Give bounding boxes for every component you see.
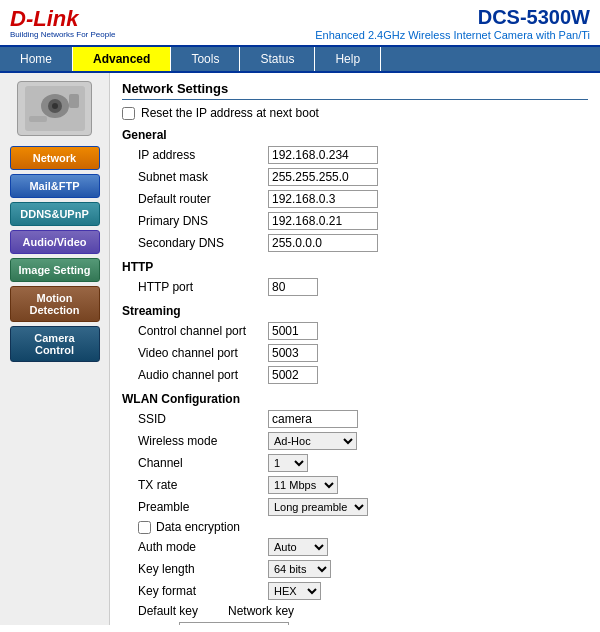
key-length-label: Key length (138, 562, 268, 576)
auth-mode-row: Auth mode Auto Open Shared (122, 538, 588, 556)
camera-thumbnail (17, 81, 92, 136)
logo-d: D- (10, 6, 33, 31)
http-port-input[interactable] (268, 278, 318, 296)
data-enc-label: Data encryption (156, 520, 240, 534)
svg-point-3 (52, 103, 58, 109)
sidebar-network[interactable]: Network (10, 146, 100, 170)
reset-ip-label: Reset the IP address at next boot (141, 106, 319, 120)
nav-advanced[interactable]: Advanced (73, 47, 171, 71)
product-area: DCS-5300W Enhanced 2.4GHz Wireless Inter… (315, 6, 590, 41)
key-length-row: Key length 64 bits 128 bits (122, 560, 588, 578)
wireless-mode-row: Wireless mode Ad-Hoc Infrastructure (122, 432, 588, 450)
content-area: Network Settings Reset the IP address at… (110, 73, 600, 625)
page-title: Network Settings (122, 81, 588, 100)
control-channel-row: Control channel port (122, 322, 588, 340)
key1-input[interactable] (179, 622, 289, 625)
default-key-label: Default key (138, 604, 198, 618)
subnet-mask-label: Subnet mask (138, 170, 268, 184)
sidebar-mailftp[interactable]: Mail&FTP (10, 174, 100, 198)
key-length-select[interactable]: 64 bits 128 bits (268, 560, 331, 578)
key1-radio[interactable] (138, 625, 151, 626)
ip-address-label: IP address (138, 148, 268, 162)
streaming-title: Streaming (122, 304, 588, 318)
sidebar-motiondetection[interactable]: Motion Detection (10, 286, 100, 322)
sidebar-ddns[interactable]: DDNS&UPnP (10, 202, 100, 226)
wlan-title: WLAN Configuration (122, 392, 588, 406)
default-router-input[interactable] (268, 190, 378, 208)
ssid-input[interactable] (268, 410, 358, 428)
nav-tools[interactable]: Tools (171, 47, 240, 71)
video-channel-row: Video channel port (122, 344, 588, 362)
ssid-label: SSID (138, 412, 268, 426)
auth-mode-select[interactable]: Auto Open Shared (268, 538, 328, 556)
ssid-row: SSID (122, 410, 588, 428)
tx-rate-row: TX rate 11 Mbps 5.5 Mbps 2 Mbps 1 Mbps (122, 476, 588, 494)
subnet-mask-input[interactable] (268, 168, 378, 186)
secondary-dns-label: Secondary DNS (138, 236, 268, 250)
audio-channel-input[interactable] (268, 366, 318, 384)
general-title: General (122, 128, 588, 142)
sidebar: Network Mail&FTP DDNS&UPnP Audio/Video I… (0, 73, 110, 625)
ip-address-input[interactable] (268, 146, 378, 164)
svg-rect-4 (69, 94, 79, 108)
preamble-label: Preamble (138, 500, 268, 514)
product-name: DCS-5300W (315, 6, 590, 29)
audio-channel-row: Audio channel port (122, 366, 588, 384)
sidebar-imagesetting[interactable]: Image Setting (10, 258, 100, 282)
secondary-dns-input[interactable] (268, 234, 378, 252)
channel-row: Channel 123456 (122, 454, 588, 472)
svg-rect-5 (29, 116, 47, 122)
primary-dns-input[interactable] (268, 212, 378, 230)
key-format-row: Key format HEX ASCII (122, 582, 588, 600)
logo-subtitle: Building Networks For People (10, 30, 115, 39)
wireless-mode-label: Wireless mode (138, 434, 268, 448)
wireless-mode-select[interactable]: Ad-Hoc Infrastructure (268, 432, 357, 450)
preamble-select[interactable]: Long preamble Short preamble (268, 498, 368, 516)
sidebar-cameracontrol[interactable]: Camera Control (10, 326, 100, 362)
default-key-header-row: Default key Network key (122, 604, 588, 618)
secondary-dns-row: Secondary DNS (122, 234, 588, 252)
default-router-row: Default router (122, 190, 588, 208)
nav-home[interactable]: Home (0, 47, 73, 71)
key-format-select[interactable]: HEX ASCII (268, 582, 321, 600)
reset-ip-checkbox[interactable] (122, 107, 135, 120)
http-port-row: HTTP port (122, 278, 588, 296)
network-key-label: Network key (228, 604, 294, 618)
product-desc: Enhanced 2.4GHz Wireless Internet Camera… (315, 29, 590, 41)
nav-bar: Home Advanced Tools Status Help (0, 47, 600, 73)
primary-dns-label: Primary DNS (138, 214, 268, 228)
key1-row: 1 (122, 622, 588, 625)
logo: D-Link (10, 8, 115, 30)
logo-area: D-Link Building Networks For People (10, 8, 115, 39)
ip-address-row: IP address (122, 146, 588, 164)
video-channel-input[interactable] (268, 344, 318, 362)
main-layout: Network Mail&FTP DDNS&UPnP Audio/Video I… (0, 73, 600, 625)
sidebar-audiovideo[interactable]: Audio/Video (10, 230, 100, 254)
channel-label: Channel (138, 456, 268, 470)
key1-radio-label: 1 (154, 624, 161, 625)
data-enc-checkbox[interactable] (138, 521, 151, 534)
primary-dns-row: Primary DNS (122, 212, 588, 230)
audio-channel-label: Audio channel port (138, 368, 268, 382)
channel-select[interactable]: 123456 (268, 454, 308, 472)
nav-help[interactable]: Help (315, 47, 381, 71)
http-title: HTTP (122, 260, 588, 274)
key-format-label: Key format (138, 584, 268, 598)
video-channel-label: Video channel port (138, 346, 268, 360)
data-enc-row: Data encryption (122, 520, 588, 534)
http-port-label: HTTP port (138, 280, 268, 294)
control-channel-input[interactable] (268, 322, 318, 340)
auth-mode-label: Auth mode (138, 540, 268, 554)
subnet-mask-row: Subnet mask (122, 168, 588, 186)
reset-checkbox-row: Reset the IP address at next boot (122, 106, 588, 120)
logo-link: Link (33, 6, 78, 31)
default-router-label: Default router (138, 192, 268, 206)
preamble-row: Preamble Long preamble Short preamble (122, 498, 588, 516)
nav-status[interactable]: Status (240, 47, 315, 71)
control-channel-label: Control channel port (138, 324, 268, 338)
tx-rate-label: TX rate (138, 478, 268, 492)
header: D-Link Building Networks For People DCS-… (0, 0, 600, 47)
tx-rate-select[interactable]: 11 Mbps 5.5 Mbps 2 Mbps 1 Mbps (268, 476, 338, 494)
